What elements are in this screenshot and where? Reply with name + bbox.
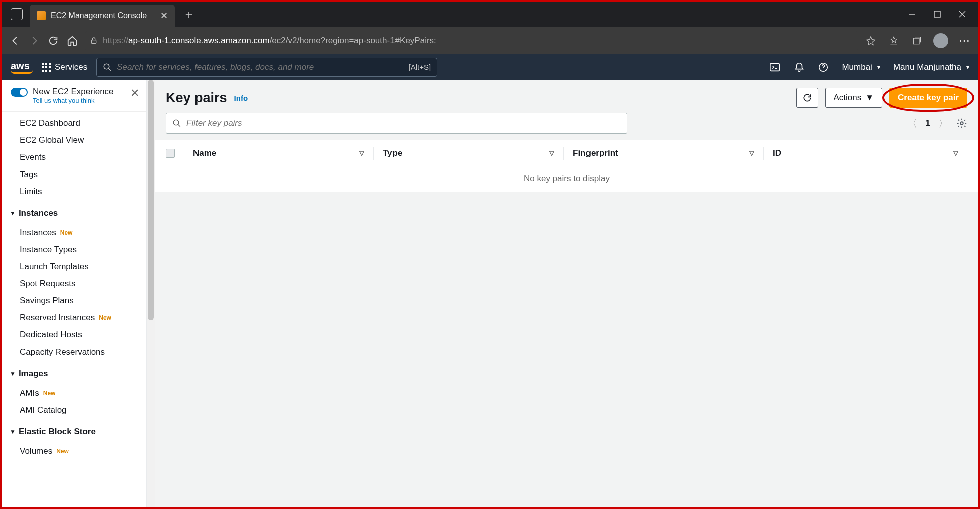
browser-nav-bar: https://ap-south-1.console.aws.amazon.co… <box>2 27 978 54</box>
tab-title: EC2 Management Console <box>51 11 151 20</box>
tab-panes-icon[interactable] <box>11 8 23 20</box>
main-content: Key pairs Info Actions▼ Create key pair … <box>155 80 978 507</box>
svg-rect-1 <box>934 11 940 17</box>
address-url: https://ap-south-1.console.aws.amazon.co… <box>103 36 436 46</box>
svg-rect-6 <box>913 38 919 44</box>
favorites-list-icon[interactable] <box>887 34 900 47</box>
sidebar-item-dedicated-hosts[interactable]: Dedicated Hosts <box>2 326 146 344</box>
page-number: 1 <box>925 118 930 129</box>
notifications-icon[interactable] <box>794 62 805 73</box>
search-shortcut: [Alt+S] <box>409 63 431 71</box>
svg-point-13 <box>960 122 963 125</box>
favorite-icon[interactable] <box>864 34 877 47</box>
table-header: Name Type Fingerprint ID <box>155 140 978 166</box>
sidebar-item-ec2-dashboard[interactable]: EC2 Dashboard <box>2 115 146 132</box>
column-id[interactable]: ID <box>773 148 967 158</box>
collections-icon[interactable] <box>910 34 923 47</box>
sidebar-item-limits[interactable]: Limits <box>2 183 146 200</box>
sidebar-item-ami-catalog[interactable]: AMI Catalog <box>2 402 146 419</box>
sidebar-header-instances[interactable]: ▼Instances <box>2 203 146 221</box>
page-title: Key pairs <box>166 90 227 106</box>
sidebar-item-ec2-global-view[interactable]: EC2 Global View <box>2 132 146 149</box>
svg-point-7 <box>104 64 109 69</box>
window-controls <box>896 9 978 19</box>
sidebar-scrollbar[interactable] <box>147 80 155 507</box>
column-name[interactable]: Name <box>193 148 373 158</box>
refresh-button[interactable] <box>796 88 818 108</box>
region-selector[interactable]: Mumbai <box>842 62 880 72</box>
more-icon[interactable]: ⋯ <box>958 34 971 47</box>
back-icon[interactable] <box>9 34 22 47</box>
tab-favicon-icon <box>37 11 46 20</box>
close-icon[interactable]: ✕ <box>130 87 139 100</box>
filter-input[interactable] <box>186 118 621 128</box>
sidebar-item-instance-types[interactable]: Instance Types <box>2 241 146 258</box>
actions-button[interactable]: Actions▼ <box>825 88 883 108</box>
info-link[interactable]: Info <box>234 94 248 102</box>
sidebar: New EC2 Experience Tell us what you thin… <box>2 80 147 507</box>
svg-line-8 <box>108 68 111 71</box>
svg-point-11 <box>173 120 179 125</box>
new-experience-toggle[interactable] <box>11 88 28 97</box>
svg-rect-9 <box>770 63 779 71</box>
prev-page-icon[interactable]: 〈 <box>907 117 917 130</box>
maximize-icon[interactable] <box>932 9 942 19</box>
close-window-icon[interactable] <box>957 9 967 19</box>
new-tab-button[interactable]: ＋ <box>183 6 195 22</box>
browser-tab[interactable]: EC2 Management Console ✕ <box>30 5 175 27</box>
sidebar-item-capacity-reservations[interactable]: Capacity Reservations <box>2 344 146 361</box>
tab-close-icon[interactable]: ✕ <box>160 10 168 21</box>
chevron-down-icon: ▼ <box>865 93 874 103</box>
sidebar-item-savings-plans[interactable]: Savings Plans <box>2 292 146 309</box>
services-grid-icon <box>42 63 51 72</box>
create-key-pair-button[interactable]: Create key pair <box>889 88 967 108</box>
filter-box[interactable] <box>166 113 627 134</box>
new-experience-feedback-link[interactable]: Tell us what you think <box>33 97 125 104</box>
aws-header: aws Services [Alt+S] Mumbai Manu Manjuna… <box>2 54 978 80</box>
lock-icon <box>90 37 98 45</box>
gear-icon[interactable] <box>956 118 967 129</box>
next-page-icon[interactable]: 〉 <box>938 117 948 130</box>
chevron-down-icon: ▼ <box>10 210 16 217</box>
sidebar-item-amis[interactable]: AMIsNew <box>2 385 146 402</box>
pagination: 〈 1 〉 <box>907 117 967 130</box>
aws-search-input[interactable] <box>117 62 408 72</box>
sidebar-header-ebs[interactable]: ▼Elastic Block Store <box>2 422 146 440</box>
new-experience-title: New EC2 Experience <box>33 87 125 97</box>
chevron-down-icon: ▼ <box>10 370 16 377</box>
column-type[interactable]: Type <box>383 148 563 158</box>
sidebar-item-spot-requests[interactable]: Spot Requests <box>2 275 146 292</box>
address-bar[interactable]: https://ap-south-1.console.aws.amazon.co… <box>85 31 858 50</box>
search-icon <box>103 63 112 72</box>
sidebar-header-images[interactable]: ▼Images <box>2 364 146 382</box>
svg-rect-4 <box>91 40 96 43</box>
sidebar-item-volumes[interactable]: VolumesNew <box>2 443 146 460</box>
refresh-icon[interactable] <box>47 34 60 47</box>
help-icon[interactable] <box>818 62 829 73</box>
forward-icon[interactable] <box>28 34 41 47</box>
sidebar-item-reserved-instances[interactable]: Reserved InstancesNew <box>2 309 146 326</box>
svg-line-12 <box>178 124 180 127</box>
key-pairs-table: Name Type Fingerprint ID No key pairs to… <box>155 140 978 192</box>
sidebar-item-instances[interactable]: InstancesNew <box>2 224 146 241</box>
aws-search[interactable]: [Alt+S] <box>96 58 437 77</box>
chevron-down-icon: ▼ <box>10 428 16 435</box>
sidebar-item-events[interactable]: Events <box>2 149 146 166</box>
home-icon[interactable] <box>66 34 79 47</box>
browser-tab-strip: EC2 Management Console ✕ ＋ <box>2 2 978 27</box>
new-experience-banner: New EC2 Experience Tell us what you thin… <box>2 80 146 112</box>
cloudshell-icon[interactable] <box>769 62 780 73</box>
column-fingerprint[interactable]: Fingerprint <box>573 148 763 158</box>
sidebar-item-launch-templates[interactable]: Launch Templates <box>2 258 146 275</box>
select-all-checkbox[interactable] <box>166 149 175 158</box>
aws-logo[interactable]: aws <box>11 60 33 74</box>
empty-state: No key pairs to display <box>155 166 978 192</box>
minimize-icon[interactable] <box>907 9 917 19</box>
profile-avatar[interactable] <box>933 33 948 48</box>
services-button[interactable]: Services <box>42 62 87 72</box>
sidebar-item-tags[interactable]: Tags <box>2 166 146 183</box>
search-icon <box>172 119 181 128</box>
user-menu[interactable]: Manu Manjunatha <box>893 62 969 72</box>
